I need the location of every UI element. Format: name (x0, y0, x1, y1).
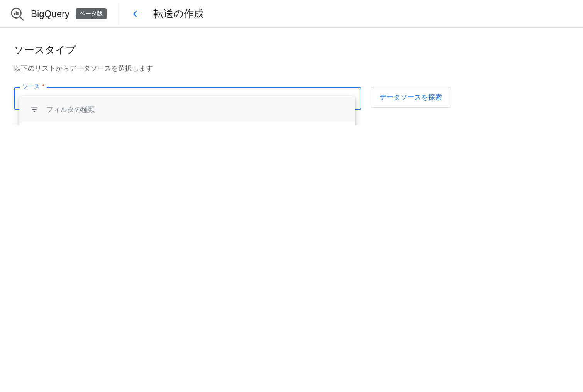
section-title: ソースタイプ (14, 43, 569, 57)
svg-rect-2 (14, 13, 15, 15)
source-dropdown: Google Ad Manager (formerly DFP)Google A… (19, 96, 355, 125)
main-content: ソースタイプ 以下のリストからデータソースを選択します ソース * (0, 28, 583, 125)
filter-row (19, 96, 355, 123)
header-left: BigQuery ベータ版 (9, 3, 119, 25)
filter-input[interactable] (46, 106, 344, 114)
explore-sources-button[interactable]: データソースを探索 (371, 87, 451, 108)
svg-rect-4 (17, 12, 19, 15)
product-name: BigQuery (31, 8, 69, 19)
source-form-row: ソース * Google Ad Manager (formerly DFP)Go… (14, 87, 569, 110)
filter-icon (30, 105, 39, 114)
source-label-text: ソース (22, 83, 40, 90)
svg-rect-3 (16, 11, 17, 15)
section-subtitle: 以下のリストからデータソースを選択します (14, 64, 569, 73)
back-button[interactable] (129, 6, 144, 22)
source-select-label: ソース * (20, 83, 47, 90)
beta-badge: ベータ版 (76, 8, 107, 19)
svg-line-1 (20, 17, 24, 20)
required-indicator: * (42, 83, 44, 90)
dropdown-list: Google Ad Manager (formerly DFP)Google A… (19, 123, 355, 125)
app-header: BigQuery ベータ版 転送の作成 (0, 0, 583, 28)
bigquery-logo-icon (9, 6, 25, 22)
arrow-left-icon (131, 9, 141, 19)
source-select-wrapper: ソース * Google Ad Manager (formerly DFP)Go… (14, 87, 361, 110)
page-title: 転送の作成 (153, 7, 204, 20)
